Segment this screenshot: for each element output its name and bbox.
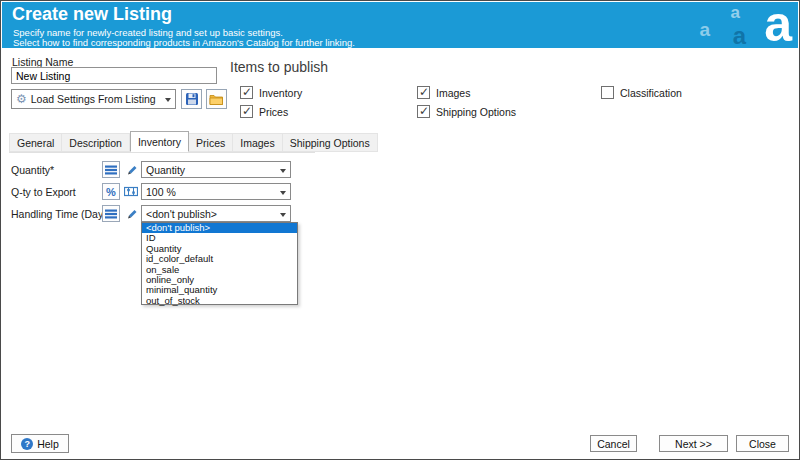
checkbox-prices[interactable]: Prices [240,105,288,118]
abacus-icon [124,186,138,197]
help-button-label: Help [37,438,59,450]
list-lines-icon [105,165,117,175]
checkbox-label: Inventory [259,87,302,99]
quantity-combo-value: Quantity [146,164,185,176]
handling-time-label: Handling Time (Days) [11,208,112,220]
dropdown-item[interactable]: out_of_stock [142,296,297,306]
qty-to-export-combo-value: 100 % [146,186,176,198]
dropdown-item[interactable]: <don't publish> [142,223,297,233]
checkbox-box [240,86,253,99]
tab-inventory[interactable]: Inventory [130,131,189,152]
quantity-edit-button[interactable] [122,161,140,178]
quantity-label: Quantity* [11,164,54,176]
handling-time-combo[interactable]: <don't publish> [141,205,291,222]
handling-time-dropdown-list: <don't publish> ID Quantity id_color_def… [141,222,298,305]
settings-gear-icon: ⚙ [16,93,27,105]
save-settings-button[interactable] [181,89,202,109]
quantity-list-button[interactable] [102,161,120,178]
scale-button[interactable] [122,183,140,200]
handling-time-edit-button[interactable] [122,205,140,222]
handling-time-list-button[interactable] [102,205,120,222]
tab-prices[interactable]: Prices [189,133,233,152]
percent-button[interactable]: % [102,183,120,200]
header-subtitle-2: Select how to find corresponding product… [13,37,355,48]
listing-name-input[interactable] [11,67,217,84]
checkbox-box [417,105,430,118]
tab-general[interactable]: General [9,133,62,152]
tab-images[interactable]: Images [233,133,282,152]
open-folder-button[interactable] [206,89,227,109]
chevron-down-icon [280,169,286,173]
chevron-down-icon [165,98,171,102]
checkbox-label: Images [436,87,470,99]
percent-icon: % [106,186,116,198]
tab-shipping-options[interactable]: Shipping Options [283,133,378,152]
cancel-button[interactable]: Cancel [590,435,637,452]
question-mark-icon: ? [21,438,33,450]
qty-to-export-combo[interactable]: 100 % [141,183,291,200]
load-settings-combo[interactable]: ⚙ Load Settings From Listing [11,89,176,109]
checkbox-classification[interactable]: Classification [601,86,682,99]
amazon-a-logo: a [764,0,792,49]
checkbox-box [417,86,430,99]
checkbox-label: Shipping Options [436,106,516,118]
chevron-down-icon [280,191,286,195]
dialog-header: Create new Listing Specify name for newl… [2,2,798,48]
list-lines-icon [105,209,117,219]
checkbox-images[interactable]: Images [417,86,470,99]
checkbox-label: Classification [620,87,682,99]
create-new-listing-dialog: Create new Listing Specify name for newl… [0,0,800,460]
load-settings-label: Load Settings From Listing [31,93,156,105]
tab-strip: General Description Inventory Prices Ima… [9,132,315,153]
qty-to-export-label: Q-ty to Export [11,186,76,198]
checkbox-box [240,105,253,118]
items-to-publish-title: Items to publish [230,59,328,75]
checkbox-inventory[interactable]: Inventory [240,86,302,99]
handling-time-combo-value: <don't publish> [146,208,217,220]
quantity-combo[interactable]: Quantity [141,161,291,178]
checkbox-label: Prices [259,106,288,118]
checkbox-box [601,86,614,99]
next-button[interactable]: Next >> [659,435,728,452]
tab-description[interactable]: Description [62,133,130,152]
page-title: Create new Listing [12,4,172,25]
chevron-down-icon [280,213,286,217]
folder-icon [209,93,224,106]
checkbox-shipping-options[interactable]: Shipping Options [417,105,516,118]
amazon-a-logo-small: a [731,4,740,21]
amazon-a-logo-small: a [733,24,746,48]
floppy-disk-icon [185,92,199,106]
pencil-icon [125,163,138,176]
close-button[interactable]: Close [736,435,789,452]
amazon-a-logo-small: a [699,20,710,39]
dropdown-item[interactable]: id_color_default [142,254,297,264]
pencil-icon [125,207,138,220]
help-button[interactable]: ? Help [11,434,69,453]
